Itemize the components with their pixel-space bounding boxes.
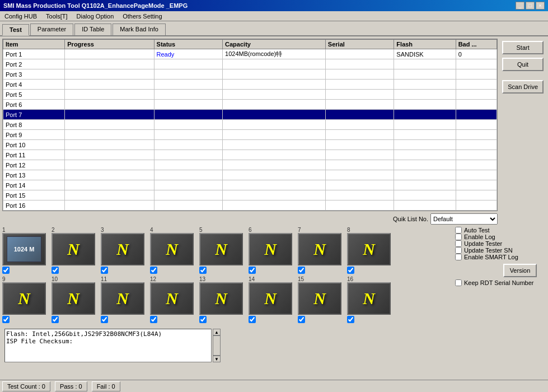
port-icon-item: 12N [150, 276, 197, 323]
port-icon-item: 6N [249, 227, 296, 274]
port-checkbox[interactable] [150, 316, 157, 323]
maximize-button[interactable]: □ [526, 2, 535, 10]
menu-others-setting[interactable]: Others Setting [120, 13, 164, 20]
minimize-button[interactable]: _ [516, 2, 524, 10]
tab-mark-bad-info[interactable]: Mark Bad Info [113, 24, 165, 35]
port-checkbox[interactable] [298, 267, 305, 274]
port-icon-box[interactable]: N [101, 282, 144, 315]
start-button[interactable]: Start [502, 41, 544, 54]
update-tester-option[interactable]: Update Tester [455, 240, 541, 247]
port-icon-item: 8N [347, 227, 394, 274]
update-tester-sn-checkbox[interactable] [455, 247, 462, 254]
auto-test-option[interactable]: Auto Test [455, 227, 541, 234]
window-controls[interactable]: _ □ × [516, 2, 545, 10]
port-icon-box[interactable]: N [347, 233, 391, 265]
table-row[interactable]: Port 3 [3, 69, 497, 80]
port-checkbox[interactable] [347, 316, 354, 323]
table-row[interactable]: Port 16 [3, 200, 497, 211]
table-row[interactable]: Port 2 [3, 59, 497, 69]
enable-log-option[interactable]: Enable Log [455, 234, 541, 240]
port-checkbox[interactable] [2, 316, 10, 323]
port-number-label: 13 [199, 276, 205, 282]
port-number-label: 9 [2, 276, 6, 282]
port-checkbox[interactable] [199, 267, 207, 274]
table-row[interactable]: Port 7 [3, 110, 497, 120]
scrollbar[interactable]: ▲ ▼ [213, 329, 221, 362]
table-row[interactable]: Port 4 [3, 80, 497, 90]
update-tester-checkbox[interactable] [455, 240, 462, 247]
enable-log-checkbox[interactable] [455, 234, 462, 240]
port-icon-box[interactable]: N [199, 233, 243, 265]
port-n-icon: N [264, 289, 277, 308]
col-header-flash: Flash [394, 40, 456, 49]
enable-smart-log-checkbox[interactable] [455, 254, 462, 260]
menu-tools[interactable]: Tools[T] [44, 13, 70, 20]
port-icon-box[interactable]: N [298, 233, 341, 265]
scroll-down-button[interactable]: ▼ [213, 356, 221, 362]
port-icon-box[interactable]: N [51, 282, 95, 315]
port-number-label: 5 [199, 227, 203, 233]
table-row[interactable]: Port 15 [3, 190, 497, 200]
table-row[interactable]: Port 11 [3, 150, 497, 160]
table-row[interactable]: Port 10 [3, 140, 497, 150]
table-row[interactable]: Port 12 [3, 160, 497, 170]
port-checkbox[interactable] [249, 267, 256, 274]
keep-rdt-checkbox[interactable] [455, 279, 462, 286]
port-icon-box[interactable]: N [298, 282, 341, 315]
menu-config-hub[interactable]: Config HUB [2, 13, 39, 20]
menu-bar: Config HUB Tools[T] Dialog Option Others… [0, 11, 548, 21]
port-icon-box[interactable]: N [150, 282, 194, 315]
scroll-up-button[interactable]: ▲ [213, 329, 221, 335]
port-checkbox[interactable] [298, 316, 305, 323]
tab-parameter[interactable]: Parameter [30, 24, 73, 35]
port-checkbox[interactable] [249, 316, 256, 323]
table-row[interactable]: Port 14 [3, 180, 497, 190]
info-textarea[interactable] [4, 329, 212, 362]
table-row[interactable]: Port 6 [3, 100, 497, 110]
port-n-icon: N [313, 289, 326, 308]
port-icon-box[interactable]: N [347, 282, 391, 315]
update-tester-sn-option[interactable]: Update Tester SN [455, 247, 541, 254]
port-icon-box[interactable]: N [199, 282, 243, 315]
menu-dialog-option[interactable]: Dialog Option [74, 13, 116, 20]
port-icon-box[interactable]: 1024 M [2, 233, 46, 265]
quick-list-dropdown[interactable]: Default [430, 213, 498, 225]
port-checkbox[interactable] [199, 316, 207, 323]
port-checkbox[interactable] [51, 316, 59, 323]
quit-button[interactable]: Quit [502, 58, 544, 71]
port-icon-box[interactable]: N [150, 233, 194, 265]
port-checkbox[interactable] [101, 267, 108, 274]
port-checkbox[interactable] [51, 267, 59, 274]
port-icon-box[interactable]: N [249, 282, 292, 315]
port-icon-box[interactable]: N [51, 233, 95, 265]
port-checkbox[interactable] [347, 267, 354, 274]
keep-rdt-option[interactable]: Keep RDT Serial Number [455, 279, 541, 286]
close-button[interactable]: × [536, 2, 545, 10]
table-row[interactable]: Port 9 [3, 130, 497, 140]
enable-smart-log-option[interactable]: Enable SMART Log [455, 254, 541, 260]
port-checkbox[interactable] [150, 267, 157, 274]
table-row[interactable]: Port 5 [3, 90, 497, 100]
auto-test-checkbox[interactable] [455, 227, 462, 234]
table-row[interactable]: Port 1Ready1024MB(romcode)特SANDISK0 [3, 49, 497, 59]
port-number-label: 4 [150, 227, 153, 233]
port-number-label: 14 [249, 276, 255, 282]
tab-id-table[interactable]: ID Table [74, 24, 111, 35]
port-icon-box[interactable]: N [249, 233, 292, 265]
auto-test-label: Auto Test [464, 227, 490, 234]
port-number-label: 2 [51, 227, 55, 233]
tab-test[interactable]: Test [2, 24, 29, 36]
port-icon-item: 2N [51, 227, 99, 274]
port-checkbox[interactable] [101, 316, 108, 323]
port-icon-box[interactable]: N [2, 282, 46, 315]
port-n-icon: N [67, 289, 79, 308]
version-button[interactable]: Version [503, 264, 537, 277]
table-row[interactable]: Port 8 [3, 120, 497, 130]
table-row[interactable]: Port 13 [3, 170, 497, 180]
update-tester-label: Update Tester [464, 240, 502, 247]
tab-bar: Test Parameter ID Table Mark Bad Info [0, 21, 548, 36]
port-icon-box[interactable]: N [101, 233, 144, 265]
port-checkbox[interactable] [2, 267, 10, 274]
scan-drive-button[interactable]: Scan Drive [502, 80, 544, 94]
port-number-label: 3 [101, 227, 104, 233]
